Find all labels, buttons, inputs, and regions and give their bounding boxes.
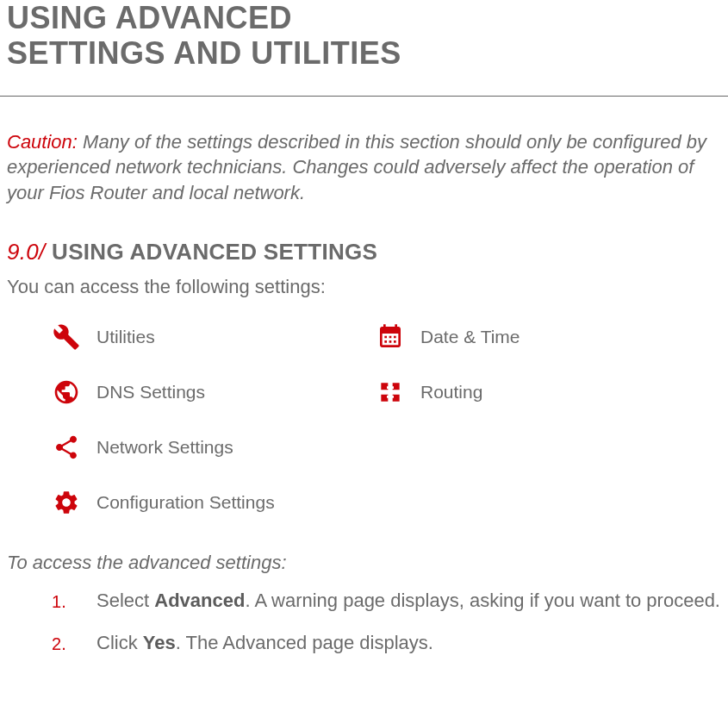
title-line-1: USING ADVANCED — [7, 0, 292, 35]
item-label: Routing — [420, 382, 482, 403]
item-dns-settings: DNS Settings — [52, 378, 358, 407]
step-1: Select Advanced. A warning page displays… — [52, 588, 721, 615]
section-number: 9.0/ — [7, 239, 46, 265]
item-routing: Routing — [376, 378, 682, 407]
item-network-settings: Network Settings — [52, 433, 358, 462]
caution-text: Many of the settings described in this s… — [7, 131, 706, 203]
item-configuration-settings: Configuration Settings — [52, 488, 358, 517]
section-heading: 9.0/ USING ADVANCED SETTINGS — [0, 239, 728, 276]
share-icon — [52, 433, 81, 462]
routing-icon — [376, 378, 405, 407]
access-subheading: To access the advanced settings: — [0, 552, 728, 588]
gear-icon — [52, 488, 81, 517]
section-title: USING ADVANCED SETTINGS — [46, 239, 378, 265]
calendar-icon — [376, 322, 405, 352]
item-label: Network Settings — [96, 437, 233, 458]
advanced-keyword: Advanced — [154, 590, 245, 611]
step-2: Click Yes. The Advanced page displays. — [52, 630, 721, 657]
tools-icon — [52, 322, 81, 352]
intro-text: You can access the following settings: — [0, 276, 728, 322]
steps-list: Select Advanced. A warning page displays… — [0, 588, 728, 657]
yes-keyword: Yes — [143, 632, 176, 653]
globe-icon — [52, 378, 81, 407]
item-label: Configuration Settings — [96, 492, 275, 513]
settings-icon-grid: Utilities Date & Time DNS Settings Routi… — [0, 322, 689, 517]
caution-paragraph: Caution: Many of the settings described … — [0, 129, 728, 239]
title-line-2: SETTINGS AND UTILITIES — [7, 35, 401, 71]
item-label: Date & Time — [420, 327, 520, 347]
item-utilities: Utilities — [52, 322, 358, 352]
item-label: Utilities — [96, 327, 155, 347]
caution-label: Caution: — [7, 131, 78, 153]
page-title: USING ADVANCED SETTINGS AND UTILITIES — [0, 0, 728, 96]
item-label: DNS Settings — [96, 382, 205, 403]
divider — [0, 96, 728, 97]
item-date-time: Date & Time — [376, 322, 682, 352]
